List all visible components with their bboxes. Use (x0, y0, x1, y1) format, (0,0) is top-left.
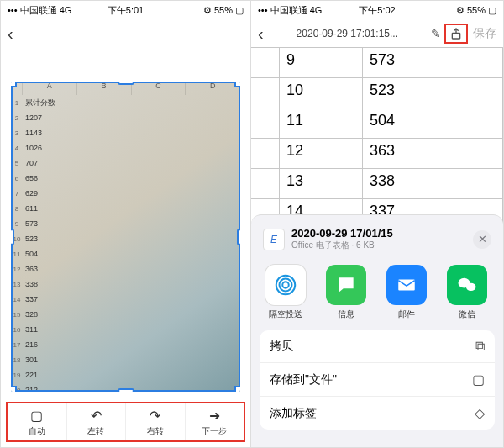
svg-point-1 (282, 282, 289, 288)
share-app-隔空投送[interactable]: 隔空投送 (261, 265, 310, 320)
edit-icon[interactable]: ✎ (431, 27, 441, 40)
captured-photo: A B C D 1累计分数212073114341026570766567629… (11, 82, 240, 392)
svg-point-2 (280, 279, 292, 292)
table-row[interactable]: 10523 (251, 78, 503, 108)
table-row[interactable]: 11504 (251, 108, 503, 139)
page-title: 2020-09-29 17:01:15... (264, 28, 431, 40)
crop-handle-mb[interactable] (118, 388, 134, 392)
back-icon[interactable]: ‹ (8, 24, 13, 44)
toolbar-rotate-left-button[interactable]: ↶左转 (67, 403, 127, 440)
toolbar-rotate-right-button[interactable]: ↷右转 (126, 403, 186, 440)
share-action-存储到"文件"[interactable]: 存储到"文件"▢ (260, 363, 495, 397)
share-sheet: E 2020-09-29 17/01/15 Office 电子表格 · 6 KB… (251, 214, 503, 447)
clock-label: 下午5:01 (87, 4, 165, 17)
file-subtitle: Office 电子表格 · 6 KB (291, 240, 466, 251)
close-icon[interactable]: ✕ (473, 230, 491, 249)
crop-handle-mr[interactable] (237, 229, 240, 245)
nav-header: ‹ (1, 19, 250, 48)
status-bar: ••• 中国联通 4G 下午5:02 ⚙ 55% ▢ (251, 1, 503, 19)
result-screen: ••• 中国联通 4G 下午5:02 ⚙ 55% ▢ ‹ 2020-09-29 … (251, 1, 503, 447)
carrier-label: ••• 中国联通 4G (258, 4, 338, 17)
nav-header: ‹ 2020-09-29 17:01:15... ✎ 保存 (251, 19, 503, 48)
back-icon[interactable]: ‹ (258, 24, 264, 44)
toolbar-next-button[interactable]: ➜下一步 (186, 403, 244, 440)
crop-handle-br[interactable] (234, 386, 240, 392)
share-icon[interactable] (444, 24, 468, 44)
svg-rect-4 (398, 280, 415, 291)
table-row[interactable]: 9573 (251, 48, 503, 78)
crop-handle-bl[interactable] (11, 386, 17, 392)
file-type-icon: E (263, 229, 285, 250)
crop-rectangle[interactable] (11, 82, 240, 392)
share-app-信息[interactable]: 信息 (322, 265, 370, 320)
crop-handle-ml[interactable] (11, 229, 14, 245)
svg-point-6 (466, 283, 476, 291)
clock-label: 下午5:02 (338, 4, 417, 17)
share-action-list: 拷贝⧉存储到"文件"▢添加标签◇ (260, 330, 495, 430)
crop-screen: ••• 中国联通 4G 下午5:01 ⚙ 55% ▢ ‹ A B C D 1累计… (1, 1, 251, 447)
crop-handle-tl[interactable] (11, 82, 17, 87)
share-app-微信[interactable]: 微信 (443, 265, 491, 320)
save-button[interactable]: 保存 (473, 26, 496, 41)
share-app-row: 隔空投送信息邮件微信 (260, 260, 495, 330)
result-table[interactable]: 95731052311504123631333814337 (251, 48, 503, 229)
status-bar: ••• 中国联通 4G 下午5:01 ⚙ 55% ▢ (1, 1, 250, 19)
bottom-toolbar: ▢自动↶左转↷右转➜下一步 (6, 402, 245, 442)
share-action-拷贝[interactable]: 拷贝⧉ (260, 330, 495, 363)
share-action-添加标签[interactable]: 添加标签◇ (260, 397, 495, 430)
crop-handle-mt[interactable] (118, 82, 134, 85)
share-app-邮件[interactable]: 邮件 (382, 265, 431, 320)
toolbar-auto-button[interactable]: ▢自动 (8, 403, 67, 440)
battery-label: ⚙ 55% ▢ (165, 5, 244, 16)
photo-crop-area[interactable]: A B C D 1累计分数212073114341026570766567629… (6, 48, 245, 397)
crop-handle-tr[interactable] (234, 82, 240, 87)
table-row[interactable]: 13338 (251, 169, 503, 199)
carrier-label: ••• 中国联通 4G (8, 4, 87, 17)
file-title: 2020-09-29 17/01/15 (291, 227, 466, 240)
table-row[interactable]: 12363 (251, 139, 503, 169)
battery-label: ⚙ 55% ▢ (417, 5, 496, 16)
